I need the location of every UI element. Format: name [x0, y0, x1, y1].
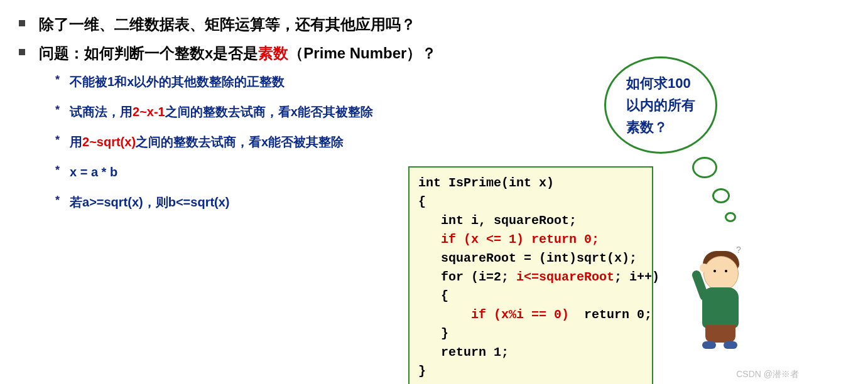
watermark-text: CSDN @潜※者	[736, 369, 799, 380]
bubble-trail-icon	[712, 188, 730, 203]
star-bullet-icon: *	[55, 194, 60, 207]
star-bullet-icon: *	[55, 134, 60, 147]
square-bullet-icon	[19, 20, 25, 26]
bullet-text: 除了一维、二维数据表、矩阵运算等，还有其他应用吗？	[39, 13, 416, 36]
sub-text: x = a * b	[70, 163, 117, 181]
bubble-main: 如何求100 以内的所有 素数？	[604, 56, 717, 154]
sub-text: 试商法，用2~x-1之间的整数去试商，看x能否其被整除	[70, 102, 373, 121]
highlight-prime: 素数	[258, 45, 288, 61]
star-bullet-icon: *	[55, 164, 60, 177]
main-bullet-item: 除了一维、二维数据表、矩阵运算等，还有其他应用吗？	[19, 13, 849, 36]
thought-bubble: 如何求100 以内的所有 素数？	[604, 56, 742, 154]
bullet-text: 问题：如何判断一个整数x是否是素数（Prime Number）？	[39, 41, 437, 65]
star-bullet-icon: *	[55, 104, 60, 117]
sub-text: 用2~sqrt(x)之间的整数去试商，看x能否被其整除	[70, 132, 344, 151]
thinking-person-illustration: ?	[686, 251, 761, 364]
bubble-trail-icon	[725, 212, 736, 222]
star-bullet-icon: *	[55, 73, 60, 87]
code-block: int IsPrime(int x) { int i, squareRoot; …	[408, 166, 653, 384]
sub-text: 不能被1和x以外的其他数整除的正整数	[70, 72, 285, 91]
confusion-icon: ?	[736, 245, 741, 255]
bubble-text: 如何求100 以内的所有 素数？	[626, 72, 695, 139]
bubble-trail-icon	[692, 157, 717, 178]
sub-text: 若a>=sqrt(x)，则b<=sqrt(x)	[70, 193, 230, 211]
square-bullet-icon	[19, 49, 25, 55]
